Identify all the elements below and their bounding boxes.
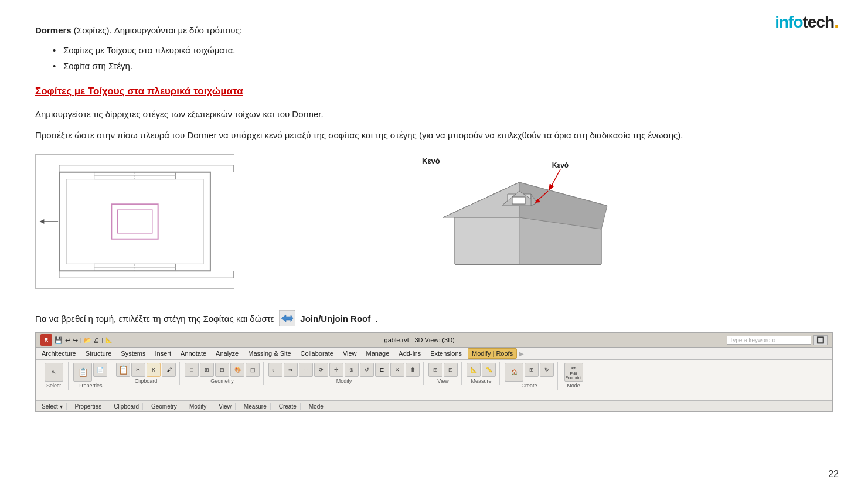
bottom-modify-group: Modify: [186, 403, 210, 410]
paste-icon[interactable]: 📋: [116, 363, 130, 377]
matchprop-icon[interactable]: 🖌: [162, 363, 176, 377]
view-bottom-label: View: [219, 403, 232, 410]
rotate-icon[interactable]: ↺: [360, 363, 374, 377]
cut-geom-icon[interactable]: □: [185, 363, 199, 377]
list-item: Σοφίτες με Τοίχους στα πλευρικά τοιχώματ…: [53, 42, 833, 58]
revit-r-button[interactable]: R: [40, 334, 52, 346]
toolbar-redo-icon[interactable]: ↪: [73, 336, 78, 344]
logo: infotech.: [775, 11, 839, 32]
create-icon-2[interactable]: ⊞: [525, 363, 539, 377]
ribbon-measure-group: 📐 📏 Measure: [463, 362, 500, 385]
paint-icon[interactable]: 🎨: [230, 363, 244, 377]
properties-icon[interactable]: 📋: [73, 363, 92, 382]
logo-dot: .: [834, 11, 839, 32]
ribbon-mode-group: ✏ Edit Footprint Mode: [559, 362, 588, 390]
unjoin-icon[interactable]: ⊟: [215, 363, 229, 377]
plan-view-image: [35, 154, 234, 289]
ribbon-modify-group: ⟵ ⇒ ↔ ⟳ ✛ ⊕ ↺ ⊏ ✕ 🗑 Modify: [265, 362, 424, 385]
toolbar-menu-bar: Architecture Structure Systems Insert An…: [36, 348, 832, 360]
menu-modify-roofs[interactable]: Modify | Roofs: [468, 348, 517, 359]
join-text-bold: Join/Unjoin Roof: [300, 314, 370, 324]
keno-label: Κενό: [422, 156, 440, 165]
menu-massing[interactable]: Massing & Site: [244, 349, 294, 358]
align-icon[interactable]: ⟵: [268, 363, 282, 377]
images-row: Κενό Κενό: [35, 154, 833, 301]
toolbar-save-icon[interactable]: 💾: [55, 336, 63, 344]
properties-bottom-label: Properties: [75, 403, 102, 410]
body-paragraph-2: Προσέξτε ώστε στην πίσω πλευρά του Dorme…: [35, 128, 833, 143]
bottom-geometry-group: Geometry: [148, 403, 181, 410]
ribbon-measure-icons: 📐 📏: [467, 363, 496, 377]
page-container: infotech. 22 Dormers (Σοφίτες). Δημιουργ…: [0, 0, 868, 490]
measure-label: Measure: [471, 378, 491, 384]
split-face-icon[interactable]: ◱: [246, 363, 260, 377]
delete-icon[interactable]: 🗑: [406, 363, 420, 377]
menu-addins[interactable]: Add-Ins: [395, 349, 424, 358]
move-icon[interactable]: ✛: [329, 363, 343, 377]
model-image-container: Κενό Κενό: [252, 154, 833, 301]
geometry-label: Geometry: [210, 378, 234, 384]
menu-collaborate[interactable]: Collaborate: [297, 349, 337, 358]
ribbon-select-group: ↖ Select: [39, 362, 69, 390]
page-number: 22: [828, 469, 839, 479]
type-properties-icon[interactable]: 📄: [93, 363, 107, 377]
measure-icon-2[interactable]: 📏: [482, 363, 496, 377]
view-label: View: [437, 378, 448, 384]
join-geom-icon[interactable]: ⊞: [200, 363, 214, 377]
create-icon-1[interactable]: 🏠: [505, 363, 523, 382]
menu-view[interactable]: View: [339, 349, 360, 358]
view-icon-1[interactable]: ⊞: [428, 363, 442, 377]
ribbon-select-icons: ↖: [45, 363, 63, 382]
svg-marker-27: [455, 217, 519, 264]
clipboard-bottom-label: Clipboard: [114, 403, 139, 410]
mirror-draw-icon[interactable]: ⟳: [314, 363, 328, 377]
ribbon-clipboard-group: 📋 ✂ K 🖌 Clipboard: [113, 362, 180, 385]
bottom-select-group: Select ▾: [38, 403, 67, 410]
menu-annotate[interactable]: Annotate: [177, 349, 210, 358]
create-bottom-label: Create: [279, 403, 297, 410]
modify-bottom-label: Modify: [189, 403, 206, 410]
toolbar-open-icon[interactable]: 📂: [84, 337, 91, 343]
ribbon-properties-group: 📋 📄 Properties: [70, 362, 111, 390]
logo-info: info: [775, 13, 802, 31]
toolbar-measure-icon[interactable]: 📐: [105, 337, 113, 343]
bottom-properties-group: Properties: [72, 403, 106, 410]
trim-icon[interactable]: ⊏: [375, 363, 389, 377]
ribbon-create-group: 🏠 ⊞ ↻ Create: [501, 362, 558, 390]
modify-label: Modify: [336, 378, 352, 384]
copy-modify-icon[interactable]: ⊕: [345, 363, 359, 377]
body-paragraph-1: Δημιουργείστε τις δίρριχτες στέγες των ε…: [35, 107, 833, 122]
view-icon-2[interactable]: ⊡: [444, 363, 458, 377]
menu-analyze[interactable]: Analyze: [212, 349, 242, 358]
menu-manage[interactable]: Manage: [363, 349, 393, 358]
mode-label: Mode: [567, 383, 580, 389]
create-label: Create: [521, 383, 537, 389]
ribbon-mode-icons: ✏ Edit Footprint: [564, 363, 583, 382]
toolbar-print-icon[interactable]: 🖨: [93, 337, 99, 343]
search-box[interactable]: Type a keyword o: [727, 336, 811, 345]
split-icon[interactable]: ✕: [390, 363, 404, 377]
logo-tech: tech: [803, 13, 835, 31]
menu-systems[interactable]: Systems: [117, 349, 149, 358]
toolbar-undo-icon[interactable]: ↩: [65, 336, 70, 344]
ribbon-properties-icons: 📋 📄: [73, 363, 107, 382]
mirror-pick-icon[interactable]: ↔: [299, 363, 313, 377]
menu-structure[interactable]: Structure: [82, 349, 115, 358]
create-icon-3[interactable]: ↻: [540, 363, 554, 377]
copy-icon[interactable]: K: [147, 363, 161, 377]
ribbon-view-group: ⊞ ⊡ View: [425, 362, 462, 385]
ribbon-clipboard-icons: 📋 ✂ K 🖌: [116, 363, 176, 377]
min-button[interactable]: 🔲: [813, 335, 828, 345]
menu-insert[interactable]: Insert: [152, 349, 175, 358]
select-dropdown-label[interactable]: Select ▾: [42, 403, 63, 410]
menu-extensions[interactable]: Extensions: [427, 349, 465, 358]
menu-architecture[interactable]: Architecture: [38, 349, 80, 358]
measure-icon-1[interactable]: 📐: [467, 363, 481, 377]
bullet-list: Σοφίτες με Τοίχους στα πλευρικά τοιχώματ…: [53, 42, 833, 74]
select-icon[interactable]: ↖: [45, 363, 63, 382]
cut-icon[interactable]: ✂: [131, 363, 145, 377]
offset-icon[interactable]: ⇒: [284, 363, 298, 377]
revit-toolbar: R 💾 ↩ ↪ | 📂 🖨 | 📐 gable.rvt - 3D View: (…: [35, 332, 833, 412]
edit-footprint-icon[interactable]: ✏ Edit Footprint: [564, 363, 583, 382]
clipboard-label: Clipboard: [135, 378, 158, 384]
